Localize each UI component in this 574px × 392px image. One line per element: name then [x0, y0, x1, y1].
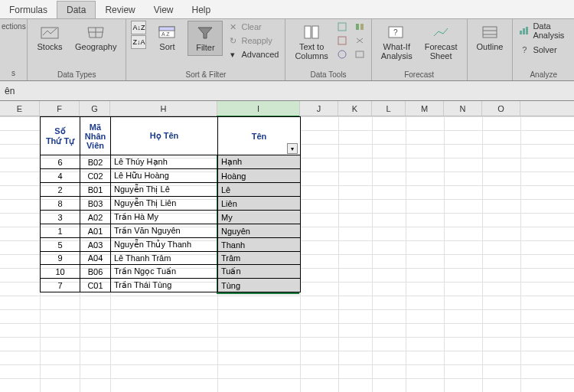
header-stt: Số Thứ Tự [41, 117, 80, 155]
cell-stt-0[interactable]: 6 [41, 155, 80, 169]
cell-hoten-6[interactable]: Nguyễn Thủy Thanh [111, 238, 218, 252]
tab-review[interactable]: Review [96, 2, 144, 18]
col-header-M[interactable]: M [406, 101, 444, 116]
cell-stt-9[interactable]: 7 [41, 279, 80, 292]
cell-hoten-2[interactable]: Nguyễn Thị Lê [111, 183, 218, 197]
advanced-button[interactable]: ▾Advanced [226, 48, 280, 60]
svg-rect-19 [526, 27, 528, 34]
cell-ten-0[interactable]: Hạnh [218, 155, 301, 169]
group-data-types: Stocks Geography Data Types [28, 19, 126, 80]
outline-button[interactable]: Outline [472, 21, 508, 54]
cell-stt-5[interactable]: 1 [41, 224, 80, 238]
cell-ten-6[interactable]: Thanh [218, 238, 301, 252]
cell-stt-4[interactable]: 3 [41, 211, 80, 224]
cell-ma-6[interactable]: A03 [80, 238, 111, 252]
cell-stt-3[interactable]: 8 [41, 197, 80, 211]
data-analysis-button[interactable]: Data Analysis [517, 21, 569, 41]
cell-ma-7[interactable]: A04 [80, 252, 111, 265]
header-ma: Mã Nhân Viên [80, 117, 111, 155]
cell-ten-2[interactable]: Lê [218, 183, 301, 197]
sort-asc-button[interactable]: A↓Z [131, 21, 146, 34]
cell-ten-5[interactable]: Nguyên [218, 224, 301, 238]
geography-icon [85, 24, 106, 41]
what-if-button[interactable]: ? What-If Analysis [377, 21, 417, 64]
col-header-K[interactable]: K [338, 101, 372, 116]
cell-ten-8[interactable]: Tuấn [218, 265, 301, 279]
table-row: 2B01Nguyễn Thị LêLê [41, 183, 301, 197]
spreadsheet-grid[interactable]: EFGHIJKLMNO Số Thứ TựMã Nhân ViênHọ TênT… [0, 101, 574, 392]
data-val-button[interactable] [336, 48, 350, 60]
cell-ma-3[interactable]: B03 [80, 197, 111, 211]
outline-icon [479, 24, 501, 41]
group-outline: Outline [468, 19, 514, 80]
cell-stt-7[interactable]: 9 [41, 252, 80, 265]
col-header-I[interactable]: I [217, 101, 300, 116]
col-header-L[interactable]: L [372, 101, 406, 116]
forecast-sheet-icon [430, 24, 452, 41]
cell-ma-5[interactable]: A01 [80, 224, 111, 238]
reapply-button[interactable]: ↻Reapply [226, 34, 280, 47]
consolidate-button[interactable] [353, 21, 367, 33]
cell-stt-8[interactable]: 10 [41, 265, 80, 279]
forecast-sheet-button[interactable]: Forecast Sheet [420, 21, 462, 64]
cell-stt-6[interactable]: 5 [41, 238, 80, 252]
cell-ma-2[interactable]: B01 [80, 183, 111, 197]
remove-dup-button[interactable] [336, 34, 350, 47]
cell-ma-8[interactable]: B06 [80, 265, 111, 279]
cell-ten-9[interactable]: Tùng [218, 279, 301, 292]
tab-formulas[interactable]: Formulas [0, 2, 57, 18]
group-forecast: ? What-If Analysis Forecast Sheet Foreca… [372, 19, 468, 80]
cell-hoten-9[interactable]: Trần Thái Tùng [111, 279, 218, 292]
cell-ma-9[interactable]: C01 [80, 279, 111, 292]
solver-button[interactable]: ?Solver [517, 44, 569, 56]
sort-icon: A Z [156, 24, 178, 41]
col-header-E[interactable]: E [0, 101, 40, 116]
clear-button[interactable]: ✕Clear [226, 21, 280, 33]
col-header-N[interactable]: N [444, 101, 482, 116]
filter-dropdown-arrow[interactable]: ▾ [287, 143, 298, 154]
tab-view[interactable]: View [145, 2, 183, 18]
cell-ten-4[interactable]: My [218, 211, 301, 224]
flash-fill-button[interactable] [336, 21, 350, 33]
tab-help[interactable]: Help [183, 2, 220, 18]
filter-button[interactable]: Filter [188, 21, 223, 56]
col-header-G[interactable]: G [80, 101, 110, 116]
cell-ten-7[interactable]: Trâm [218, 252, 301, 265]
cell-ten-1[interactable]: Hoàng [218, 169, 301, 183]
col-header-H[interactable]: H [110, 101, 217, 116]
cell-ma-0[interactable]: B02 [80, 155, 111, 169]
relationships-button[interactable] [353, 34, 367, 47]
cell-hoten-0[interactable]: Lê Thúy Hạnh [111, 155, 218, 169]
what-if-icon: ? [386, 24, 407, 41]
svg-rect-2 [159, 27, 174, 31]
cell-ten-3[interactable]: Liên [218, 197, 301, 211]
tab-data[interactable]: Data [57, 1, 96, 18]
data-analysis-icon [519, 25, 530, 36]
col-header-O[interactable]: O [482, 101, 520, 116]
cell-stt-1[interactable]: 4 [41, 169, 80, 183]
group-sort-filter: A↓Z Z↓A A Z Sort Filter ✕Clear ↻Reapply … [126, 19, 285, 80]
advanced-icon: ▾ [227, 49, 238, 60]
group-label-data-types: Data Types [32, 69, 121, 80]
cell-hoten-5[interactable]: Trần Văn Nguyên [111, 224, 218, 238]
sort-desc-button[interactable]: Z↓A [131, 35, 146, 49]
cell-hoten-1[interactable]: Lê Hữu Hoàng [111, 169, 218, 183]
table-row: 3A02Trần Hà MyMy [41, 211, 301, 224]
stocks-button[interactable]: Stocks [32, 21, 67, 54]
geography-button[interactable]: Geography [70, 21, 121, 54]
cell-stt-2[interactable]: 2 [41, 183, 80, 197]
svg-text:A Z: A Z [161, 31, 170, 37]
sort-button[interactable]: A Z Sort [149, 21, 184, 54]
cell-hoten-3[interactable]: Nguyễn Thị Liên [111, 197, 218, 211]
col-header-J[interactable]: J [300, 101, 338, 116]
cell-hoten-8[interactable]: Trần Ngọc Tuấn [111, 265, 218, 279]
data-model-button[interactable] [353, 48, 367, 60]
cell-hoten-7[interactable]: Lê Thanh Trâm [111, 252, 218, 265]
formula-bar[interactable]: ên [0, 81, 574, 101]
svg-text:?: ? [393, 28, 398, 37]
col-header-F[interactable]: F [40, 101, 80, 116]
text-to-columns-button[interactable]: Text to Columns [290, 21, 332, 64]
cell-ma-1[interactable]: C02 [80, 169, 111, 183]
cell-ma-4[interactable]: A02 [80, 211, 111, 224]
cell-hoten-4[interactable]: Trần Hà My [111, 211, 218, 224]
